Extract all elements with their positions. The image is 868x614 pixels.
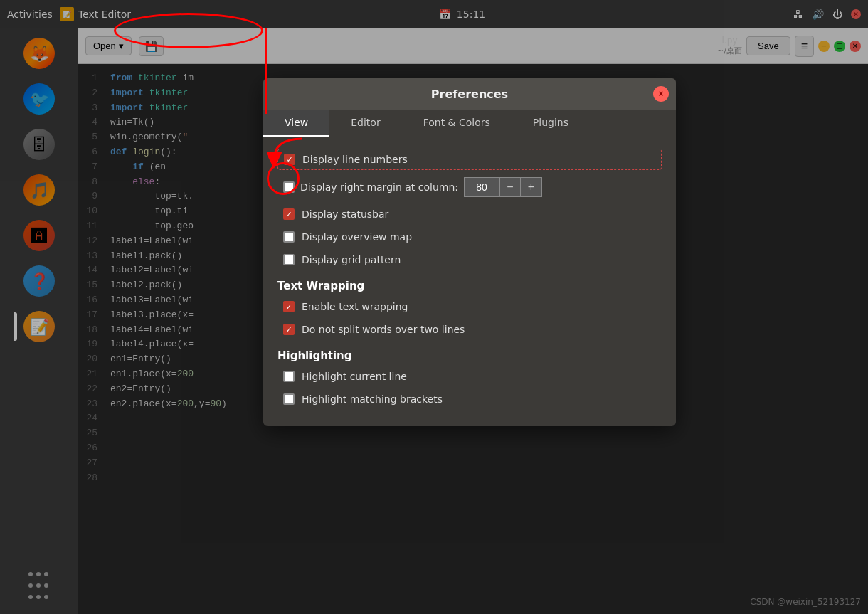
dialog-header: Preferences ×	[263, 78, 676, 110]
do-not-split-words-checkbox[interactable]	[283, 324, 295, 335]
display-grid-pattern-checkbox[interactable]	[283, 254, 295, 265]
highlighting-header: Highlighting	[277, 349, 662, 362]
do-not-split-words-row[interactable]: Do not split words over two lines	[277, 319, 662, 339]
highlight-current-line-row[interactable]: Highlight current line	[277, 366, 662, 386]
display-grid-pattern-row[interactable]: Display grid pattern	[277, 250, 662, 270]
do-not-split-words-label: Do not split words over two lines	[302, 324, 465, 335]
dialog-body: Display line numbers Display right margi…	[263, 137, 676, 426]
tab-font-colors[interactable]: Font & Colors	[402, 110, 512, 137]
dialog-close-button[interactable]: ×	[653, 86, 669, 102]
margin-decrement-button[interactable]: −	[499, 177, 521, 197]
enable-text-wrapping-label: Enable text wrapping	[302, 301, 408, 312]
enable-text-wrapping-row[interactable]: Enable text wrapping	[277, 297, 662, 317]
display-line-numbers-label: Display line numbers	[302, 154, 408, 165]
display-line-numbers-row[interactable]: Display line numbers	[277, 149, 662, 170]
margin-value-input[interactable]	[464, 177, 499, 197]
display-line-numbers-checkbox[interactable]	[284, 154, 295, 165]
display-grid-pattern-label: Display grid pattern	[302, 254, 401, 265]
tab-editor[interactable]: Editor	[329, 110, 401, 137]
display-statusbar-label: Display statusbar	[302, 208, 388, 220]
tab-bar: View Editor Font & Colors Plugins	[263, 110, 676, 137]
highlight-current-line-label: Highlight current line	[302, 371, 407, 382]
display-right-margin-checkbox[interactable]	[283, 181, 295, 193]
highlight-matching-brackets-checkbox[interactable]	[283, 393, 295, 405]
preferences-dialog: Preferences × View Editor Font & Colors …	[263, 78, 676, 426]
highlight-matching-brackets-row[interactable]: Highlight matching brackets	[277, 389, 662, 409]
margin-spinner: − +	[464, 177, 542, 197]
display-overview-map-checkbox[interactable]	[283, 231, 295, 243]
tab-plugins[interactable]: Plugins	[512, 110, 590, 137]
display-overview-map-label: Display overview map	[302, 231, 412, 243]
margin-increment-button[interactable]: +	[521, 177, 542, 197]
tab-view[interactable]: View	[263, 110, 329, 137]
highlight-current-line-checkbox[interactable]	[283, 371, 295, 382]
text-wrapping-header: Text Wrapping	[277, 280, 662, 292]
display-statusbar-row[interactable]: Display statusbar	[277, 204, 662, 224]
display-right-margin-label: Display right margin at column:	[300, 181, 458, 193]
display-statusbar-checkbox[interactable]	[283, 208, 295, 220]
display-overview-map-row[interactable]: Display overview map	[277, 227, 662, 247]
enable-text-wrapping-checkbox[interactable]	[283, 301, 295, 312]
dialog-title: Preferences	[431, 88, 508, 101]
highlight-matching-brackets-label: Highlight matching brackets	[302, 393, 443, 405]
display-right-margin-row[interactable]: Display right margin at column: − +	[277, 173, 662, 201]
